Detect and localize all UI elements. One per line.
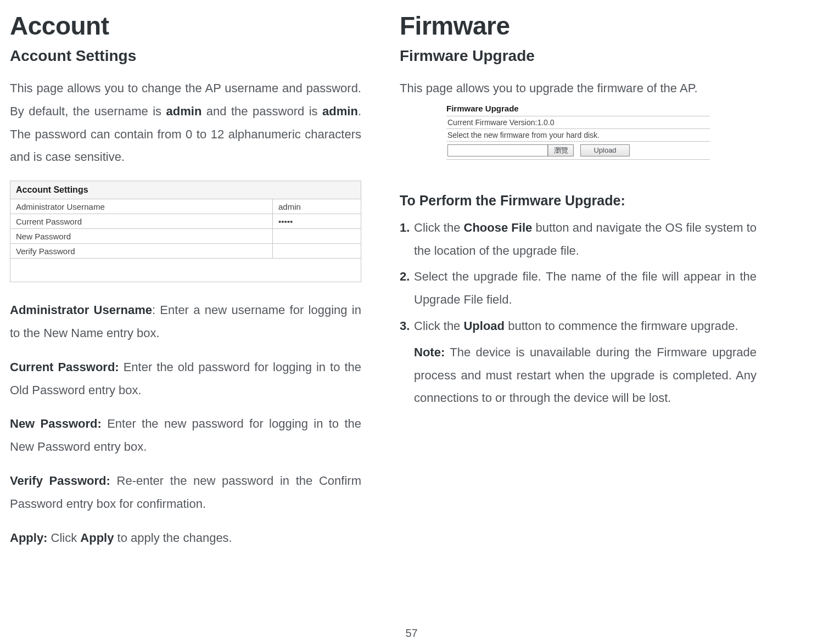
field-text: Click <box>47 531 80 545</box>
table-blank-row <box>10 259 361 282</box>
list-item: 3. Click the Upload button to commence t… <box>414 315 757 338</box>
account-heading: Account <box>10 11 361 41</box>
table-row: Verify Password <box>10 244 361 259</box>
field-label: Verify Password: <box>10 474 110 488</box>
step-bold: Upload <box>463 319 505 333</box>
field-label: Current Password: <box>10 360 119 374</box>
step-text: Click the <box>414 319 463 333</box>
admin-username-value: admin <box>273 199 361 214</box>
admin-username-description: Administrator Username: Enter a new user… <box>10 299 361 345</box>
apply-description: Apply: Click Apply to apply the changes. <box>10 527 361 550</box>
step-text: Select the upgrade file. The name of the… <box>414 270 757 306</box>
firmware-input-row: 瀏覽 Upload <box>446 142 710 160</box>
field-label: New Password: <box>10 417 102 430</box>
admin-username-label: Administrator Username <box>10 199 273 214</box>
account-settings-subheading: Account Settings <box>10 47 361 65</box>
list-item: 2. Select the upgrade file. The name of … <box>414 265 757 311</box>
verify-password-label: Verify Password <box>10 244 273 258</box>
firmware-upgrade-subheading: Firmware Upgrade <box>400 47 757 65</box>
account-intro-text: This page allows you to change the AP us… <box>10 77 361 169</box>
note-text: The device is unavailable during the Fir… <box>414 345 757 405</box>
table-row: Administrator Username admin <box>10 199 361 214</box>
new-password-description: New Password: Enter the new password for… <box>10 412 361 458</box>
screenshot-table-title: Account Settings <box>10 181 361 199</box>
firmware-intro-text: This page allows you to upgrade the firm… <box>400 77 757 100</box>
firmware-upgrade-screenshot: Firmware Upgrade Current Firmware Versio… <box>446 103 710 160</box>
current-password-value: ••••• <box>273 214 361 228</box>
firmware-version-text: Current Firmware Version:1.0.0 <box>446 116 710 129</box>
firmware-screenshot-title: Firmware Upgrade <box>446 103 710 116</box>
new-password-value <box>273 229 361 243</box>
browse-button[interactable]: 瀏覽 <box>548 145 573 156</box>
current-password-description: Current Password: Enter the old password… <box>10 356 361 402</box>
account-settings-screenshot: Account Settings Administrator Username … <box>10 181 361 282</box>
upgrade-steps-list: 1. Click the Choose File button and navi… <box>400 216 757 338</box>
field-label: Apply: <box>10 531 47 545</box>
note-label: Note: <box>414 345 445 359</box>
firmware-heading: Firmware <box>400 11 757 41</box>
list-item: 1. Click the Choose File button and navi… <box>414 216 757 262</box>
field-label: Administrator Username <box>10 303 152 317</box>
step-text: Click the <box>414 221 464 234</box>
verify-password-value <box>273 244 361 258</box>
upload-button[interactable]: Upload <box>580 144 630 156</box>
verify-password-description: Verify Password: Re-enter the new passwo… <box>10 469 361 516</box>
step-number: 2. <box>400 265 410 288</box>
intro-bold-password: admin <box>322 104 358 118</box>
firmware-note: Note: The device is unavailable during t… <box>400 341 757 410</box>
file-input[interactable]: 瀏覽 <box>447 144 574 156</box>
step-number: 3. <box>400 315 410 338</box>
step-number: 1. <box>400 216 410 239</box>
file-input-text <box>448 145 548 156</box>
intro-segment: and the password is <box>201 104 322 118</box>
table-row: New Password <box>10 229 361 244</box>
perform-upgrade-heading: To Perform the Firmware Upgrade: <box>400 193 757 209</box>
new-password-label: New Password <box>10 229 273 243</box>
apply-bold: Apply <box>80 531 114 545</box>
step-text: button to commence the firmware upgrade. <box>505 319 738 333</box>
page-number: 57 <box>0 627 823 640</box>
step-bold: Choose File <box>464 221 533 234</box>
current-password-label: Current Password <box>10 214 273 228</box>
intro-bold-username: admin <box>166 104 202 118</box>
firmware-select-text: Select the new firmware from your hard d… <box>446 129 710 142</box>
field-text: to apply the changes. <box>114 531 232 545</box>
table-row: Current Password ••••• <box>10 214 361 229</box>
